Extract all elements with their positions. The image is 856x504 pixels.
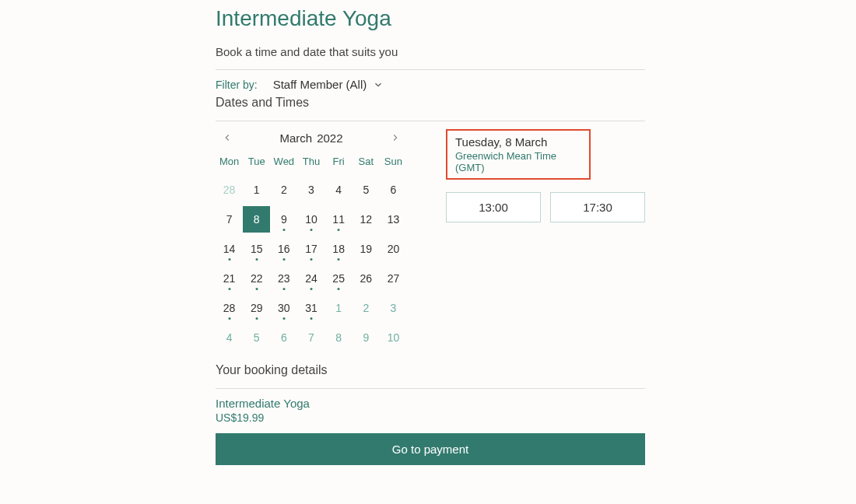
calendar-day[interactable]: 5 [353,177,380,203]
calendar-grid: MonTueWedThuFriSatSun2812345678910111213… [216,156,407,351]
calendar-day[interactable]: 10 [380,324,407,351]
calendar-day[interactable]: 6 [380,177,407,203]
calendar-dow: Tue [243,156,270,173]
calendar-day[interactable]: 19 [353,236,380,262]
calendar-day[interactable]: 9 [353,324,380,351]
timezone-label: Greenwich Mean Time (GMT) [455,150,581,173]
calendar: March2022 MonTueWedThuFriSatSun281234567… [216,129,407,351]
calendar-day[interactable]: 7 [216,206,243,233]
calendar-dow: Mon [216,156,243,173]
calendar-dow: Sun [380,156,407,173]
time-slot[interactable]: 13:00 [446,192,541,222]
calendar-day[interactable]: 26 [353,265,380,292]
page-subtitle: Book a time and date that suits you [216,45,645,58]
calendar-dow: Thu [297,156,325,173]
go-to-payment-button[interactable]: Go to payment [216,433,645,465]
filter-label: Filter by: [216,79,258,91]
divider [216,388,645,389]
calendar-day[interactable]: 20 [380,236,407,262]
calendar-day[interactable]: 18 [325,236,353,262]
calendar-dow: Sat [353,156,380,173]
calendar-day[interactable]: 29 [243,295,270,321]
selected-date-box: Tuesday, 8 March Greenwich Mean Time (GM… [446,129,591,180]
calendar-day[interactable]: 28 [216,295,243,321]
selected-date-label: Tuesday, 8 March [455,135,581,149]
calendar-day[interactable]: 27 [380,265,407,292]
calendar-day[interactable]: 1 [325,295,353,321]
calendar-day[interactable]: 9 [270,206,297,233]
page-title: Intermediate Yoga [216,6,645,31]
calendar-day[interactable]: 25 [325,265,353,292]
calendar-day[interactable]: 14 [216,236,243,262]
calendar-day[interactable]: 11 [325,206,353,233]
calendar-day[interactable]: 8 [325,324,353,351]
date-panel: Tuesday, 8 March Greenwich Mean Time (GM… [446,129,645,351]
calendar-dow: Wed [270,156,297,173]
chevron-down-icon [373,79,384,90]
service-name: Intermediate Yoga [216,397,645,410]
calendar-day[interactable]: 23 [270,265,297,292]
calendar-day[interactable]: 30 [270,295,297,321]
calendar-day[interactable]: 7 [297,324,325,351]
calendar-day[interactable]: 24 [297,265,325,292]
calendar-day[interactable]: 8 [243,206,270,233]
staff-filter-value: Staff Member (All) [273,78,367,91]
calendar-day[interactable]: 2 [353,295,380,321]
calendar-day[interactable]: 22 [243,265,270,292]
staff-filter-select[interactable]: Staff Member (All) [273,78,384,91]
calendar-day[interactable]: 16 [270,236,297,262]
divider [216,121,645,121]
next-month-button[interactable] [387,129,404,146]
calendar-day[interactable]: 6 [270,324,297,351]
calendar-day[interactable]: 12 [353,206,380,233]
calendar-day[interactable]: 28 [216,177,243,203]
time-slot[interactable]: 17:30 [550,192,645,222]
calendar-month-label: March2022 [279,131,342,145]
calendar-day[interactable]: 2 [270,177,297,203]
calendar-day[interactable]: 1 [243,177,270,203]
prev-month-button[interactable] [219,129,236,146]
calendar-day[interactable]: 4 [325,177,353,203]
calendar-day[interactable]: 13 [380,206,407,233]
time-slots: 13:0017:30 [446,192,645,222]
divider [216,69,645,70]
calendar-day[interactable]: 4 [216,324,243,351]
calendar-day[interactable]: 5 [243,324,270,351]
calendar-day[interactable]: 10 [297,206,325,233]
calendar-day[interactable]: 3 [297,177,325,203]
booking-details-label: Your booking details [216,363,645,377]
calendar-day[interactable]: 31 [297,295,325,321]
calendar-day[interactable]: 21 [216,265,243,292]
calendar-day[interactable]: 3 [380,295,407,321]
dates-section-label: Dates and Times [216,96,645,110]
service-price: US$19.99 [216,411,645,424]
filter-row: Filter by: Staff Member (All) [216,78,645,91]
calendar-day[interactable]: 17 [297,236,325,262]
calendar-dow: Fri [325,156,353,173]
calendar-day[interactable]: 15 [243,236,270,262]
